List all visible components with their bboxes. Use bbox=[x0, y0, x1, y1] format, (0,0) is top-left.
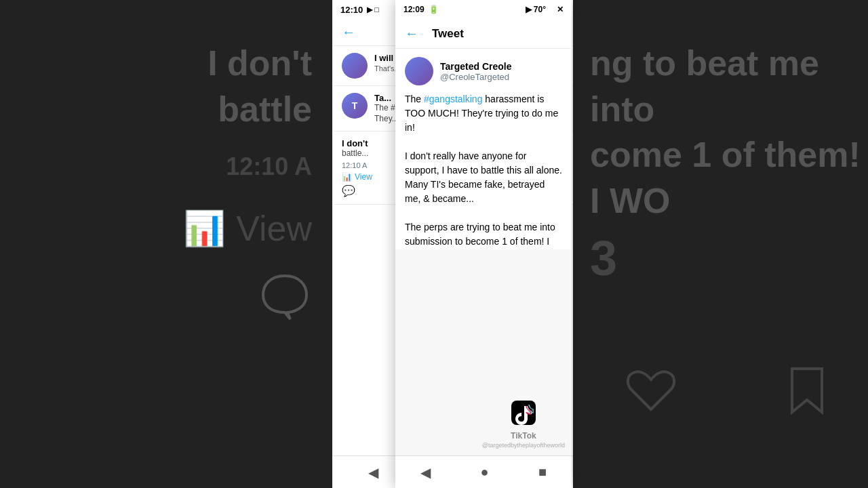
bg-left-time: 12:10 A bbox=[226, 152, 312, 181]
tiktok-handle: @targetedbytheplayoftheworld bbox=[482, 442, 565, 449]
bg-right-text: ng to beat me into come 1 of them! I WO bbox=[590, 41, 868, 224]
bg-chat-icon bbox=[258, 269, 312, 326]
tiktok-logo-icon bbox=[511, 401, 536, 430]
panel-status-bar: 12:09 🔋 ▶ 70° ✕ bbox=[395, 0, 572, 19]
tweet-full-text: The #gangstalking harassment is TOO MUCH… bbox=[405, 92, 562, 249]
bg-bottom-icons bbox=[624, 363, 827, 420]
reply-icon-small[interactable]: 💬 bbox=[342, 184, 355, 197]
phone-time: 12:10 bbox=[340, 5, 363, 15]
nav-back-btn[interactable]: ◀ bbox=[368, 464, 378, 481]
panel-back-button[interactable]: ← bbox=[405, 26, 418, 41]
panel-nav-recent[interactable]: ■ bbox=[538, 464, 547, 480]
tweet-avatar-2: T bbox=[342, 93, 368, 119]
tweet-author-info: Targeted Creole @CreoleTargeted bbox=[440, 61, 562, 82]
bg-left-panel: I don't battle 12:10 A 📊 View bbox=[0, 0, 332, 488]
tweet-avatar-1 bbox=[342, 53, 368, 79]
avatar-image-1 bbox=[342, 53, 368, 79]
panel-close-icon[interactable]: ✕ bbox=[557, 5, 564, 14]
bg-left-text: I don't battle bbox=[208, 41, 312, 132]
phone-status-icons: ▶ □ bbox=[367, 5, 379, 14]
bg-right-panel: ng to beat me into come 1 of them! I WO … bbox=[570, 0, 868, 488]
panel-bottom-area: TikTok @targetedbytheplayoftheworld bbox=[395, 249, 572, 455]
tweet-hashtag[interactable]: #gangstalking bbox=[424, 94, 482, 104]
panel-title: Tweet bbox=[432, 27, 464, 41]
tweet-author-avatar bbox=[405, 57, 433, 85]
tweet-panel: 12:09 🔋 ▶ 70° ✕ ← Tweet Targeted Creole … bbox=[395, 0, 572, 488]
avatar-image-2: T bbox=[342, 93, 368, 119]
barchart-small-icon: 📊 bbox=[342, 172, 352, 182]
tweet-author-row: Targeted Creole @CreoleTargeted bbox=[405, 57, 562, 85]
bookmark-icon bbox=[787, 363, 827, 420]
bg-left-icons: 📊 View bbox=[183, 208, 312, 249]
tiktok-watermark: TikTok @targetedbytheplayoftheworld bbox=[482, 401, 565, 449]
panel-tweet-content: Targeted Creole @CreoleTargeted The #gan… bbox=[395, 49, 572, 249]
panel-header: ← Tweet bbox=[395, 19, 572, 49]
tiktok-text: TikTok bbox=[511, 431, 536, 441]
panel-temp: ▶ 70° bbox=[526, 5, 546, 14]
tweet-author-name: Targeted Creole bbox=[440, 61, 562, 72]
barchart-icon: 📊 bbox=[183, 209, 225, 248]
heart-icon bbox=[624, 363, 678, 420]
bg-right-number: 3 bbox=[590, 230, 617, 286]
panel-time: 12:09 bbox=[403, 5, 425, 14]
panel-nav-home[interactable]: ● bbox=[480, 464, 488, 480]
panel-nav-bar: ◀ ● ■ bbox=[395, 455, 572, 488]
panel-nav-back[interactable]: ◀ bbox=[420, 464, 431, 481]
bg-view-text: View bbox=[236, 208, 312, 249]
panel-battery-icon: 🔋 bbox=[429, 5, 439, 14]
back-arrow-icon[interactable]: ← bbox=[342, 24, 355, 39]
tweet-text-pre: The bbox=[405, 94, 424, 104]
tweet-author-handle: @CreoleTargeted bbox=[440, 72, 562, 82]
